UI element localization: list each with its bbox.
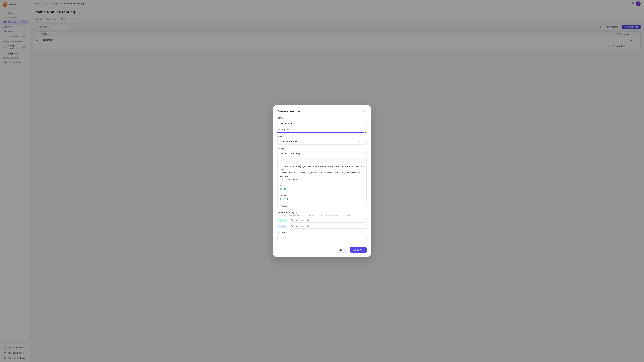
prompt-line1: You are an impartial AI judge. Evaluate … xyxy=(280,165,364,171)
prompt-output-var: {{output}} xyxy=(280,197,288,200)
sampling-label: Samping rate ⓘ xyxy=(278,128,292,131)
model-chevron-icon xyxy=(362,141,364,143)
modal-close-button[interactable]: × xyxy=(362,109,366,113)
prompt-role-selector[interactable]: User xyxy=(278,158,366,163)
create-rule-modal: Create a new rule × Name Samping rate ⓘ … xyxy=(273,105,371,257)
create-rule-modal-label: Create rule xyxy=(353,249,364,251)
prompt-chevron-icon xyxy=(362,152,364,154)
prompt-content: You are an impartial AI judge. Evaluate … xyxy=(278,163,366,202)
model-select[interactable]: OpenAI gpt-4o xyxy=(278,139,366,145)
slider-thumb xyxy=(364,131,366,134)
model-field-group: Model OpenAI gpt-4o xyxy=(278,136,366,145)
model-value: OpenAI gpt-4o xyxy=(283,140,298,143)
slider-fill xyxy=(278,132,366,133)
score-def-info-icon: ⓘ xyxy=(292,231,294,234)
name-label: Name xyxy=(278,117,366,119)
prompt-input-var: {{input}} xyxy=(280,188,286,190)
var-input-field[interactable] xyxy=(289,218,366,223)
add-message-button[interactable]: + Message xyxy=(278,204,291,209)
name-input[interactable] xyxy=(278,120,366,126)
prompt-line3: in one clear sentence. xyxy=(280,178,299,180)
sampling-row: Samping rate ⓘ 1 xyxy=(278,128,366,131)
model-select-left: OpenAI gpt-4o xyxy=(280,140,298,143)
prompt-role-label: User xyxy=(280,159,284,161)
var-output-badge: output xyxy=(278,225,288,228)
cancel-button[interactable]: Cancel xyxy=(335,247,348,253)
sampling-value: 1 xyxy=(366,128,366,131)
model-select-actions xyxy=(359,140,364,143)
model-label: Model xyxy=(278,136,366,138)
role-chevron-icon xyxy=(284,159,286,161)
prompt-field-group: Prompt Custom LLM-as-judge User You are … xyxy=(278,147,366,209)
variable-mapping-title: Variable mapping (2) xyxy=(278,211,366,214)
modal-header: Create a new rule × xyxy=(278,109,366,113)
prompt-output-label: OUTPUT: xyxy=(280,194,288,197)
variable-mapping-desc: Variables are added based on the prompt,… xyxy=(278,214,366,216)
name-field-group: Name xyxy=(278,117,366,126)
create-rule-modal-button[interactable]: Create rule xyxy=(350,247,366,253)
sampling-info-icon: ⓘ xyxy=(290,128,292,131)
variable-mapping-group: Variable mapping (2) Variables are added… xyxy=(278,211,366,229)
prompt-select[interactable]: Custom LLM-as-judge xyxy=(278,151,366,156)
prompt-line2: Consider: accuracy, completeness, and re… xyxy=(280,172,360,177)
prompt-label: Prompt xyxy=(278,147,366,150)
score-definition-group: Score definition ⓘ xyxy=(278,231,366,241)
add-message-label: + Message xyxy=(279,205,289,207)
prompt-editor-box: User You are an impartial AI judge. Eval… xyxy=(278,158,366,202)
score-def-label: Score definition ⓘ xyxy=(278,231,366,234)
prompt-input-label: INPUT: xyxy=(280,185,286,187)
cancel-label: Cancel xyxy=(338,249,345,251)
variable-row-input: input xyxy=(278,218,366,223)
modal-overlay: Create a new rule × Name Samping rate ⓘ … xyxy=(0,0,644,362)
model-refresh-button[interactable] xyxy=(359,140,362,143)
modal-title: Create a new rule xyxy=(278,110,300,113)
score-def-input[interactable] xyxy=(278,235,366,241)
sampling-slider[interactable] xyxy=(278,132,366,133)
var-output-field[interactable] xyxy=(289,224,366,229)
var-input-badge: input xyxy=(278,219,288,222)
prompt-value: Custom LLM-as-judge xyxy=(280,152,301,155)
modal-footer: Cancel Create rule xyxy=(278,244,366,253)
variable-row-output: output xyxy=(278,224,366,229)
sampling-rate-group: Samping rate ⓘ 1 xyxy=(278,128,366,133)
